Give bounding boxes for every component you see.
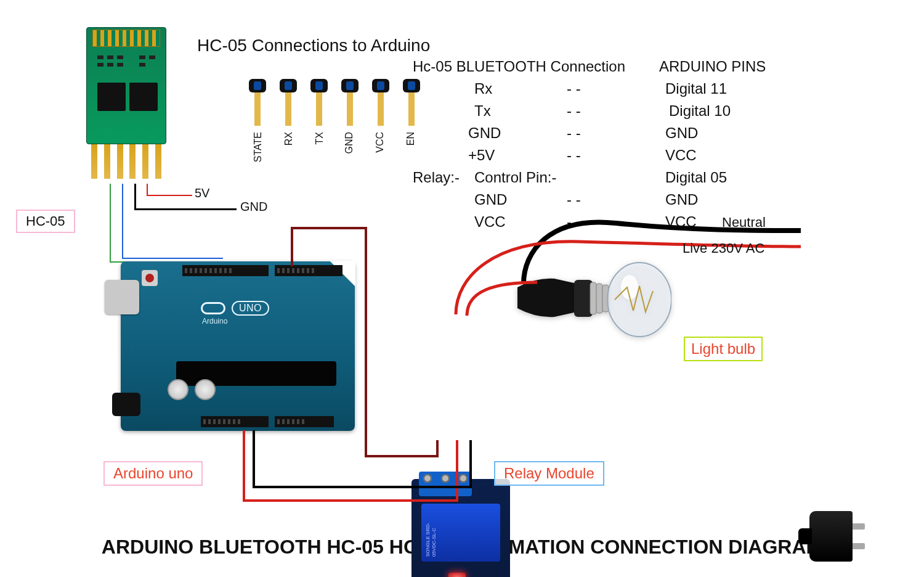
pin-label-en: EN [405, 132, 416, 145]
table-hc05-5v-left: +5V [468, 144, 495, 166]
table-dash: - - [567, 144, 581, 166]
table-dash: - - [567, 122, 581, 144]
infinity-icon [201, 302, 225, 314]
table-relay-header: Relay:- [413, 166, 460, 189]
pinheader-diagram [249, 79, 420, 126]
table-dash: - - [567, 78, 581, 100]
power-jack-icon [112, 393, 140, 416]
table-hc05-gnd-left: GND [468, 122, 501, 144]
pin-label-rx: RX [283, 132, 294, 145]
hc05-module [86, 27, 166, 144]
hc05-antenna-icon [92, 30, 160, 47]
capacitor-icon [195, 379, 216, 400]
reset-button-icon [142, 270, 158, 286]
arduino-brand-text: Arduino [202, 317, 227, 325]
relay-led-icon [448, 573, 466, 577]
neutral-wire-label: Neutral [722, 215, 766, 231]
relay-terminal-block-icon [419, 472, 472, 496]
table-hc05-tx-left: Tx [474, 100, 491, 122]
table-relay-gnd-left: GND [474, 189, 507, 211]
table-dash: - - [567, 189, 581, 211]
table-relay-gnd-right: GND [665, 189, 698, 211]
hc05-gnd-wire-label: GND [240, 200, 267, 214]
table-hc05-tx-right: Digital 10 [669, 100, 731, 122]
relay-module: SONGLE SRD-05VDC-SL-C [411, 479, 510, 577]
section-title: HC-05 Connections to Arduino [197, 36, 430, 55]
usb-port-icon [105, 280, 139, 314]
bulb-label-box: Light bulb [684, 337, 763, 361]
arduino-logo: UNO [201, 301, 269, 316]
table-col2-header: ARDUINO PINS [659, 55, 766, 78]
pin-label-gnd: GND [344, 132, 355, 154]
table-relay-ctrl-right: Digital 05 [665, 166, 727, 189]
pin-label-tx: TX [314, 132, 325, 144]
hc05-5v-wire-label: 5V [195, 186, 209, 200]
table-hc05-5v-right: VCC [665, 144, 697, 166]
table-hc05-gnd-right: GND [665, 122, 698, 144]
relay-to-bulb-wire [463, 279, 543, 316]
relay-coil-icon: SONGLE SRD-05VDC-SL-C [421, 504, 500, 562]
hc05-label-box: HC-05 [16, 210, 75, 233]
arduino-board: UNO Arduino [121, 261, 355, 431]
table-col1-header: Hc-05 BLUETOOTH Connection [413, 55, 625, 78]
table-relay-ctrl-left: Control Pin:- [474, 166, 556, 189]
capacitor-icon [168, 379, 188, 400]
arduino-label-box: Arduino uno [103, 461, 203, 486]
arduino-model-badge: UNO [232, 301, 269, 316]
table-hc05-rx-left: Rx [474, 78, 492, 100]
live-wire-label: Live 230V AC [683, 240, 764, 256]
pin-label-vcc: VCC [375, 132, 386, 153]
relay-label-box: Relay Module [494, 461, 604, 486]
table-dash: - - [567, 100, 581, 122]
pin-label-state: STATE [253, 132, 264, 162]
table-hc05-rx-right: Digital 11 [665, 78, 727, 100]
ac-plug-icon [809, 511, 853, 562]
